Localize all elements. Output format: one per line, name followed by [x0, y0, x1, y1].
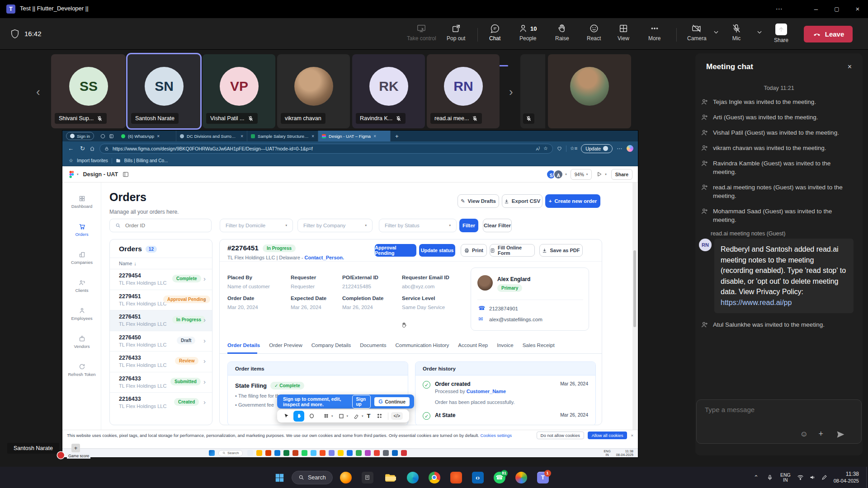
browser-tab[interactable]: DC Divisions and Surroundings×	[176, 131, 247, 141]
presenter-language-indicator[interactable]: ENGIN	[604, 450, 610, 456]
browser-tab[interactable]: (6) WhatsApp×	[118, 131, 176, 141]
order-row[interactable]: 2216433TL Flex Holdings LLC Created›	[110, 392, 212, 413]
sidebar-item-orders[interactable]: Orders	[65, 223, 99, 237]
teams-icon[interactable]: T 1	[537, 472, 549, 483]
shape-tool-icon[interactable]	[336, 411, 347, 422]
pop-out-button[interactable]: Pop out	[447, 23, 465, 42]
sidebar-item-employees[interactable]: Employees	[65, 307, 99, 321]
figma-share-button[interactable]: Share	[611, 169, 632, 180]
firefox-icon[interactable]	[340, 472, 352, 483]
google-continue-button[interactable]: G Continue	[374, 397, 410, 406]
scrollbar-thumb[interactable]	[633, 250, 636, 327]
sidebar-item-clients[interactable]: Clients	[65, 279, 99, 293]
view-drafts-button[interactable]: ✎View Drafts	[458, 194, 499, 208]
tab-sales-receipt[interactable]: Sales Receipt	[523, 343, 555, 348]
camera-chevron-icon[interactable]	[713, 29, 719, 35]
participant-tile[interactable]: vikram chavan	[277, 54, 350, 128]
collaborators-chevron-icon[interactable]: ▾	[565, 173, 567, 176]
emoji-icon[interactable]: ☺	[800, 430, 808, 439]
chevron-down-icon[interactable]: ▾	[331, 414, 333, 418]
language-indicator[interactable]: ENGIN	[780, 473, 791, 483]
export-csv-button[interactable]: Export CSV	[502, 194, 542, 208]
update-browser-button[interactable]: Update	[581, 144, 613, 153]
send-icon[interactable]	[836, 430, 845, 439]
measure-tool-icon[interactable]	[321, 411, 331, 422]
more-button[interactable]: More	[648, 23, 660, 42]
presenter-clock[interactable]: 11:3808-04-2025	[616, 450, 633, 457]
participant-tile[interactable]: RK Ravindra K...	[352, 54, 425, 128]
figma-logo-icon[interactable]	[69, 171, 74, 178]
fill-online-form-button[interactable]: Fill Online Form	[490, 244, 535, 257]
sidebar-item-vendors[interactable]: Vendors	[65, 335, 99, 349]
whatsapp-icon[interactable]: ☎ 81	[494, 472, 505, 483]
customer-name-link[interactable]: Customer_Name	[467, 389, 506, 394]
browser-signin-button[interactable]: Sign in	[66, 132, 94, 140]
tab-documents[interactable]: Documents	[360, 343, 386, 348]
chevron-down-icon[interactable]: ▾	[347, 414, 349, 418]
privacy-policy-link[interactable]: https://www.read.ai/pp	[721, 299, 792, 306]
comment-tool-icon[interactable]	[306, 411, 317, 422]
home-icon[interactable]	[90, 146, 95, 151]
back-icon[interactable]: ←	[68, 145, 74, 152]
move-tool-icon[interactable]	[281, 411, 292, 422]
maximize-button[interactable]: ▢	[826, 0, 847, 18]
order-id-search[interactable]	[109, 219, 212, 232]
participant-tile[interactable]: VP Vishal Patil ...	[203, 54, 275, 128]
contact-email[interactable]: alex@vstatefilings.com	[489, 317, 542, 322]
sidebar-item-companies[interactable]: Companies	[65, 251, 99, 265]
participant-tile[interactable]: RN read.ai mee...	[427, 54, 500, 128]
tab-communication-history[interactable]: Communication History	[395, 343, 449, 348]
filter-company-select[interactable]: Filter by Company▾	[297, 219, 373, 232]
mic-chevron-icon[interactable]	[756, 29, 763, 35]
update-status-button[interactable]: Update status	[419, 244, 455, 257]
file-explorer-icon[interactable]	[383, 471, 397, 484]
tray-chevron-up-icon[interactable]: ⌃	[754, 474, 759, 481]
presenter-search-box[interactable]: Search	[218, 450, 243, 456]
tab-account-rep[interactable]: Account Rep	[458, 343, 488, 348]
volume-icon[interactable]	[809, 474, 816, 481]
mic-button[interactable]: Mic	[731, 23, 741, 42]
allow-cookies-button[interactable]: Allow all cookies	[588, 432, 627, 439]
new-tab-icon[interactable]: +	[395, 133, 399, 140]
print-button[interactable]: Print	[461, 244, 487, 257]
pen-icon[interactable]	[821, 474, 827, 480]
order-row[interactable]: 2279451TL Flex Holdings LLC Approval Pen…	[110, 290, 212, 310]
layout-panel-icon[interactable]	[123, 171, 129, 178]
workspaces-icon[interactable]	[100, 134, 105, 139]
participant-tile[interactable]: SS Shivani Sup...	[51, 54, 126, 128]
present-play-icon[interactable]	[596, 171, 602, 177]
order-id-input[interactable]	[124, 222, 197, 229]
vertical-tabs-icon[interactable]	[109, 134, 114, 139]
people-button[interactable]: 10 People	[519, 23, 537, 42]
browser-tab-active[interactable]: Design - UAT – Figma×	[318, 131, 391, 141]
presenter-taskbar-icons[interactable]	[247, 450, 407, 456]
share-button[interactable]: Share	[774, 23, 788, 43]
tiles-scroll-right-icon[interactable]: ›	[509, 85, 513, 99]
tab-order-preview[interactable]: Order Preview	[269, 343, 302, 348]
chat-button[interactable]: Chat	[489, 23, 500, 42]
leave-button[interactable]: Leave	[804, 26, 853, 42]
attach-plus-icon[interactable]: +	[818, 429, 823, 439]
contact-person-link[interactable]: Contact_Person.	[305, 255, 344, 260]
browser-scrollbar[interactable]	[632, 183, 637, 430]
text-tool-icon[interactable]: T	[363, 411, 374, 422]
participant-tile-partial[interactable]	[520, 54, 545, 128]
brave-icon[interactable]	[450, 472, 462, 483]
wifi-icon[interactable]	[797, 474, 804, 481]
close-button[interactable]: ×	[847, 0, 868, 18]
favorites-bar-icon[interactable]: ☆≡	[570, 145, 577, 151]
order-row[interactable]: 2279454TL Flex Holdings LLC Complete›	[110, 269, 212, 290]
tab-invoice[interactable]: Invoice	[497, 343, 513, 348]
dev-mode-toggle[interactable]: </>	[391, 412, 403, 420]
save-as-pdf-button[interactable]: Save as PDF	[539, 244, 583, 257]
taskbar-search-box[interactable]: Search	[292, 471, 333, 484]
collaborator-avatar[interactable]: A	[553, 169, 563, 179]
sidebar-item-dashboard[interactable]: Dashboard	[65, 195, 99, 209]
participant-tile-active-speaker[interactable]: SN Santosh Narate	[127, 54, 200, 128]
participant-tile-photo[interactable]	[548, 54, 631, 128]
present-chevron-icon[interactable]: ▾	[605, 173, 607, 176]
read-aloud-icon[interactable]: A)	[536, 145, 540, 151]
sort-desc-icon[interactable]: ↓	[134, 261, 137, 266]
clock[interactable]: 11:3808-04-2025	[834, 471, 859, 484]
filter-domicile-select[interactable]: Filter by Domicile▾	[220, 219, 293, 232]
